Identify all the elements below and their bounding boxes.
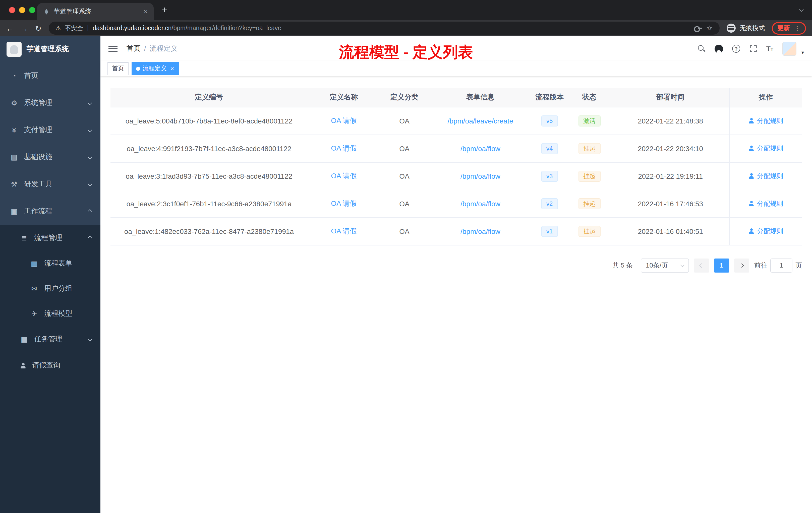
definitions-table: 定义编号 定义名称 定义分类 表单信息 流程版本 状态 部署时间 操作 oa_l: [111, 88, 802, 245]
key-icon[interactable]: [694, 26, 702, 31]
assign-rule-link[interactable]: 分配规则: [749, 227, 783, 236]
col-action: 操作: [729, 88, 802, 107]
version-badge: v3: [541, 171, 558, 181]
help-icon[interactable]: ?: [732, 45, 740, 53]
form-link[interactable]: /bpm/oa/flow: [461, 200, 500, 208]
tab-close-icon[interactable]: ×: [144, 8, 148, 15]
tag-close-icon[interactable]: ×: [170, 65, 174, 72]
goto-suffix: 页: [795, 261, 802, 270]
definition-name-link[interactable]: OA 请假: [331, 227, 357, 235]
definition-name-link[interactable]: OA 请假: [331, 116, 357, 124]
logo-avatar: [6, 42, 22, 57]
cell-deploy-time: 2022-01-22 21:48:38: [612, 107, 729, 134]
zoom-window-button[interactable]: [29, 7, 35, 13]
sidebar: 芋道管理系统 ◔ 首页 ⚙ 系统管理 ¥ 支付管理 ▤ 基础设施: [0, 36, 100, 513]
definition-name-link[interactable]: OA 请假: [331, 199, 357, 207]
cell-definition-id: oa_leave:4:991f2193-7b7f-11ec-a3c8-acde4…: [111, 134, 308, 162]
sidebar-item-devtools[interactable]: ⚒ 研发工具: [0, 171, 100, 198]
sidebar-item-payment[interactable]: ¥ 支付管理: [0, 117, 100, 144]
tab-search-chevron-icon[interactable]: [800, 7, 804, 12]
minimize-window-button[interactable]: [19, 7, 25, 13]
assign-rule-link[interactable]: 分配规则: [749, 199, 783, 208]
tab-strip: 芋道管理系统 × +: [0, 0, 812, 20]
search-icon[interactable]: [698, 45, 705, 53]
cell-category: OA: [380, 162, 429, 190]
fullscreen-icon[interactable]: [749, 45, 757, 53]
sidebar-item-process-model[interactable]: ✈ 流程模型: [0, 301, 100, 326]
tag-home[interactable]: 首页: [108, 62, 128, 75]
person-icon: [749, 118, 754, 123]
sidebar-item-process-form[interactable]: ▥ 流程表单: [0, 251, 100, 276]
sidebar-item-label: 基础设施: [24, 153, 82, 162]
goto-page-input[interactable]: [770, 258, 792, 272]
form-link[interactable]: /bpm/oa/flow: [461, 227, 500, 235]
list-icon: ≣: [20, 234, 28, 242]
form-link[interactable]: /bpm/oa/flow: [461, 172, 500, 180]
assign-rule-link[interactable]: 分配规则: [749, 172, 783, 180]
github-icon[interactable]: [715, 44, 723, 53]
sidebar-item-home[interactable]: ◔ 首页: [0, 62, 100, 89]
forward-icon[interactable]: →: [21, 24, 28, 32]
tag-process-definition[interactable]: 流程定义 ×: [132, 62, 178, 75]
chevron-up-icon: [88, 236, 92, 240]
hamburger-icon[interactable]: [109, 45, 117, 52]
version-badge: v1: [541, 225, 558, 237]
app-shell: 芋道管理系统 ◔ 首页 ⚙ 系统管理 ¥ 支付管理 ▤ 基础设施: [0, 36, 812, 513]
cell-deploy-time: 2022-01-16 01:40:51: [612, 217, 729, 245]
sidebar-item-leave-query[interactable]: 请假查询: [0, 352, 100, 379]
sidebar-item-label: 用户分组: [44, 284, 93, 293]
close-window-button[interactable]: [9, 7, 15, 13]
tools-icon: ⚒: [10, 180, 18, 188]
security-label[interactable]: 不安全: [65, 24, 83, 32]
chevron-up-icon: [88, 209, 92, 214]
font-size-icon[interactable]: TT: [766, 45, 773, 52]
browser-menu-icon[interactable]: ⋮: [794, 24, 801, 32]
prev-page-button[interactable]: [694, 258, 709, 272]
reload-icon[interactable]: ↻: [35, 24, 41, 32]
next-page-button[interactable]: [734, 258, 749, 272]
sidebar-item-process-management[interactable]: ≣ 流程管理: [0, 225, 100, 251]
col-form-info: 表单信息: [429, 88, 532, 107]
table-row: oa_leave:3:1fad3d93-7b75-11ec-a3c8-acde4…: [111, 162, 802, 190]
sidebar-item-workflow[interactable]: ▣ 工作流程: [0, 198, 100, 225]
browser-toolbar: ← → ↻ ⚠ 不安全 | dashboard.yudao.iocoder.cn…: [0, 20, 812, 36]
address-bar[interactable]: ⚠ 不安全 | dashboard.yudao.iocoder.cn/bpm/m…: [49, 22, 720, 35]
sidebar-item-task-management[interactable]: ▦ 任务管理: [0, 326, 100, 352]
back-icon[interactable]: ←: [6, 24, 13, 32]
cell-deploy-time: 2022-01-16 17:46:53: [612, 190, 729, 217]
form-link[interactable]: /bpm/oa/leave/create: [448, 117, 514, 125]
definition-name-link[interactable]: OA 请假: [331, 172, 357, 179]
chevron-left-icon: [699, 263, 704, 268]
avatar[interactable]: [782, 42, 796, 56]
sidebar-item-label: 首页: [24, 71, 93, 80]
chevron-down-icon: [680, 263, 685, 267]
page-size-select[interactable]: 10条/页: [641, 258, 689, 272]
definition-name-link[interactable]: OA 请假: [331, 144, 357, 152]
assign-rule-label: 分配规则: [757, 199, 783, 208]
sidebar-item-system[interactable]: ⚙ 系统管理: [0, 89, 100, 117]
assign-rule-link[interactable]: 分配规则: [749, 116, 783, 125]
sidebar-item-infrastructure[interactable]: ▤ 基础设施: [0, 144, 100, 171]
breadcrumb: 首页/流程定义: [126, 44, 178, 53]
form-link[interactable]: /bpm/oa/flow: [461, 144, 500, 152]
address-separator: |: [87, 25, 89, 32]
breadcrumb-current: 流程定义: [150, 44, 178, 52]
breadcrumb-home[interactable]: 首页: [126, 44, 141, 52]
incognito-label: 无痕模式: [740, 24, 765, 32]
cell-definition-id: oa_leave:2:3c1f0ef1-76b1-11ec-9c66-a2380…: [111, 190, 308, 217]
avatar-caret-icon[interactable]: ▾: [802, 50, 804, 55]
version-badge: v4: [541, 143, 558, 154]
update-button[interactable]: 更新 ⋮: [772, 22, 806, 34]
browser-tab[interactable]: 芋道管理系统 ×: [37, 3, 154, 20]
sidebar-logo[interactable]: 芋道管理系统: [0, 36, 100, 62]
cell-definition-id: oa_leave:1:482ec033-762a-11ec-8477-a2380…: [111, 217, 308, 245]
status-badge: 挂起: [578, 198, 600, 209]
assign-rule-label: 分配规则: [757, 144, 783, 153]
url-text[interactable]: dashboard.yudao.iocoder.cn/bpm/manager/d…: [93, 25, 281, 32]
traffic-lights: [9, 7, 35, 13]
new-tab-button[interactable]: +: [162, 4, 167, 16]
page-number-button[interactable]: 1: [714, 258, 729, 272]
assign-rule-link[interactable]: 分配规则: [749, 144, 783, 153]
bookmark-star-icon[interactable]: ☆: [706, 25, 713, 32]
sidebar-item-user-group[interactable]: ✉ 用户分组: [0, 276, 100, 301]
